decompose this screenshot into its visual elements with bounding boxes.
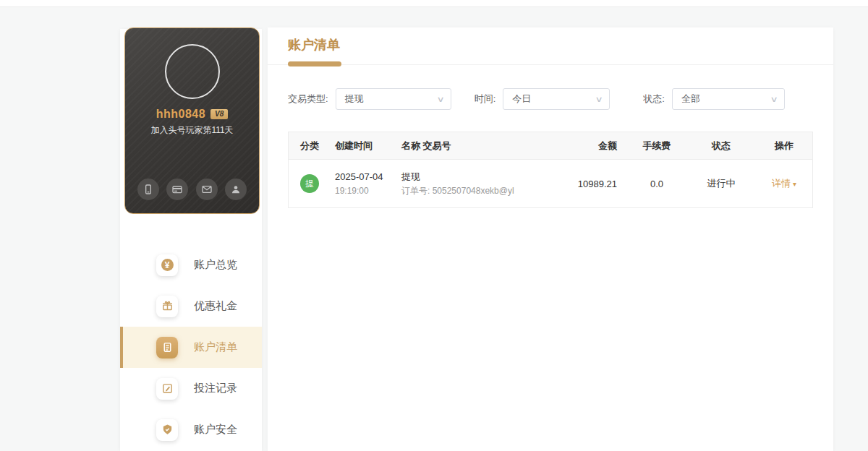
sidebar-item-label: 投注记录 xyxy=(194,382,237,395)
username: hhh0848 xyxy=(156,108,205,121)
coin-icon: ¥ xyxy=(156,254,178,276)
filter-label: 时间: xyxy=(475,93,496,106)
filter-time: 时间: 今日 ∨ xyxy=(475,88,610,110)
select-value: 全部 xyxy=(681,93,700,106)
status-select[interactable]: 全部 ∨ xyxy=(672,88,785,110)
col-header-action: 操作 xyxy=(756,139,812,153)
withdraw-category-badge: 提 xyxy=(300,174,319,193)
col-header-status: 状态 xyxy=(686,139,756,153)
main-panel: 账户清单 交易类型: 提现 ∨ 时间: 今日 ∨ 状态: 全部 ∨ xyxy=(268,27,833,451)
fee-value: 0.0 xyxy=(627,179,686,189)
bet-record-icon xyxy=(156,378,178,400)
filter-label: 交易类型: xyxy=(288,93,328,106)
mail-icon[interactable] xyxy=(196,179,218,200)
filter-status: 状态: 全部 ∨ xyxy=(643,88,785,110)
transactions-table: 分类 创建时间 名称 交易号 金额 手续费 状态 操作 提 2025-07-04… xyxy=(288,132,813,208)
gift-icon xyxy=(156,296,178,317)
col-header-fee: 手续费 xyxy=(627,139,686,153)
table-row: 提 2025-07-04 19:19:00 提现 订单号: 5052507048… xyxy=(289,160,812,207)
quick-actions xyxy=(125,179,259,200)
select-value: 今日 xyxy=(512,93,531,106)
title-underline xyxy=(288,61,341,66)
sidebar-item-bet-records[interactable]: 投注记录 xyxy=(120,368,262,409)
profile-card: hhh0848 V8 加入头号玩家第111天 xyxy=(124,27,260,214)
chevron-down-icon: ∨ xyxy=(436,95,444,104)
yen-glyph: ¥ xyxy=(161,259,174,271)
amount-value: 10989.21 xyxy=(546,179,627,189)
col-header-created-time: 创建时间 xyxy=(331,139,397,153)
sidebar-menu: ¥ 账户总览 优惠礼金 账户清单 投注记录 账户安全 xyxy=(120,244,262,450)
caret-down-icon: ▾ xyxy=(793,180,796,188)
table-header-row: 分类 创建时间 名称 交易号 金额 手续费 状态 操作 xyxy=(289,132,812,160)
vip-level-badge: V8 xyxy=(210,109,228,119)
sidebar-item-promotions[interactable]: 优惠礼金 xyxy=(120,285,262,327)
sidebar-item-label: 账户安全 xyxy=(194,423,237,437)
status-value: 进行中 xyxy=(686,177,756,190)
created-date: 2025-07-04 xyxy=(335,171,393,183)
time-select[interactable]: 今日 ∨ xyxy=(503,88,610,110)
filter-transaction-type: 交易类型: 提现 ∨ xyxy=(288,88,451,110)
filter-label: 状态: xyxy=(643,93,665,106)
sidebar-item-account-security[interactable]: 账户安全 xyxy=(120,409,262,450)
sidebar-item-account-statement[interactable]: 账户清单 xyxy=(120,327,262,368)
sidebar-item-label: 账户总览 xyxy=(194,258,237,272)
sidebar-item-label: 优惠礼金 xyxy=(194,299,237,313)
page-title: 账户清单 xyxy=(288,36,340,53)
filter-bar: 交易类型: 提现 ∨ 时间: 今日 ∨ 状态: 全部 ∨ xyxy=(288,88,813,110)
sidebar-item-account-overview[interactable]: ¥ 账户总览 xyxy=(120,244,262,285)
join-days-text: 加入头号玩家第111天 xyxy=(125,124,259,137)
chevron-down-icon: ∨ xyxy=(770,95,778,104)
transaction-name: 提现 xyxy=(401,171,542,183)
col-header-category: 分类 xyxy=(289,139,331,153)
avatar[interactable] xyxy=(165,44,220,99)
select-value: 提现 xyxy=(345,93,364,106)
phone-icon[interactable] xyxy=(137,179,159,200)
statement-icon xyxy=(156,337,178,358)
created-time: 19:19:00 xyxy=(335,185,393,197)
transaction-type-select[interactable]: 提现 ∨ xyxy=(336,88,451,110)
main-header: 账户清单 xyxy=(268,27,833,65)
agent-icon[interactable] xyxy=(225,179,247,200)
col-header-name-txid: 名称 交易号 xyxy=(397,139,546,153)
top-bar xyxy=(0,0,868,7)
shield-icon xyxy=(156,419,178,441)
bank-card-icon[interactable] xyxy=(166,179,188,200)
col-header-amount: 金额 xyxy=(546,139,627,153)
sidebar-item-label: 账户清单 xyxy=(194,340,237,354)
details-link[interactable]: 详情▾ xyxy=(772,178,796,189)
chevron-down-icon: ∨ xyxy=(595,95,603,104)
order-number: 订单号: 5052507048xekb@yl xyxy=(401,185,542,197)
details-label: 详情 xyxy=(772,178,791,189)
